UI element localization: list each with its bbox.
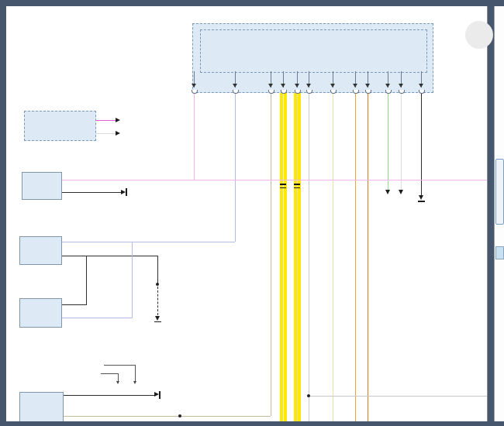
ground-icon: [155, 316, 160, 321]
wire-blk: [62, 395, 154, 396]
arrow-down-icon: [330, 84, 335, 88]
pin-socket-icon: [353, 90, 359, 94]
wire-org-yel: [355, 91, 357, 426]
wire-can-plus: [388, 91, 388, 192]
wire-wht-gry-horizontal: [309, 396, 487, 397]
wire-gnd-z934: [421, 91, 422, 197]
wire-wht-brn: [62, 416, 271, 417]
note-line: [135, 365, 136, 383]
wire-wht-yel: [333, 91, 333, 426]
pin-socket-icon: [399, 90, 405, 94]
wire-dkblu-branch: [132, 242, 133, 318]
adjacent-page-fragment: [495, 246, 504, 259]
arrow-right-icon: [116, 131, 120, 136]
wire-wht: [95, 133, 116, 134]
inline-connector-icon: [294, 187, 300, 189]
arrow-down-icon: [306, 84, 311, 88]
window-bottom-edge: [0, 421, 504, 426]
arrow-down-icon: [192, 84, 196, 88]
right-license-lamp-box: [19, 298, 62, 328]
splice-sl70: [307, 394, 310, 397]
ground-icon: [154, 321, 161, 323]
close-button[interactable]: [465, 21, 493, 49]
inline-connector-icon: [280, 187, 286, 189]
wire-blk-to-splice: [157, 256, 158, 284]
pin-socket-icon: [365, 90, 371, 94]
wire-wht-dkblu: [60, 318, 133, 318]
ground-icon: [126, 188, 127, 196]
arrow-down-icon: [233, 84, 237, 88]
inline-connector-icon: [280, 184, 286, 185]
wire-blk-horizontal: [60, 256, 157, 256]
pin-socket-icon: [330, 90, 337, 94]
arrow-down-icon: [365, 84, 370, 88]
circuit-board-box: [200, 29, 427, 73]
wire-blk-branch: [86, 256, 87, 304]
wire-blk-dashed: [157, 287, 158, 315]
left-license-lamp-box: [19, 236, 62, 265]
cluster-box: [24, 111, 96, 141]
note-line: [104, 365, 135, 366]
pin-socket-icon: [233, 90, 239, 94]
wire-wht-brn: [271, 91, 271, 416]
inline-connector-icon: [294, 184, 300, 185]
wire-can-minus: [401, 91, 402, 192]
pin-socket-icon: [385, 90, 392, 94]
arrow-down-icon: [385, 190, 390, 194]
wire-wht-vio-horizontal: [60, 180, 487, 180]
arrow-down-icon: [268, 84, 273, 88]
arrow-down-icon: [353, 84, 357, 88]
ground-icon: [419, 195, 423, 200]
wire-blk: [60, 304, 87, 305]
wire-org-brn: [368, 91, 369, 426]
window-top-edge: [0, 0, 504, 6]
pin-socket-icon: [192, 90, 198, 94]
pin-socket-icon: [306, 90, 312, 94]
arrow-down-icon: [419, 84, 423, 88]
arrow-down-icon: [399, 190, 403, 194]
arrow-down-icon: [133, 381, 136, 384]
window-left-edge: [0, 6, 6, 421]
arrow-down-icon: [399, 84, 403, 88]
wire-wht-gry: [309, 91, 309, 426]
wire-blk: [60, 192, 121, 193]
pin-socket-icon: [268, 90, 274, 94]
arrow-down-icon: [281, 84, 285, 88]
pin-socket-icon: [295, 90, 301, 94]
pin-socket-icon: [419, 90, 425, 94]
arrow-right-icon: [116, 118, 120, 122]
arrow-down-icon: [116, 381, 119, 384]
arrow-down-icon: [295, 84, 299, 88]
note-line: [101, 373, 118, 374]
splice-sz924: [156, 283, 159, 286]
wire-wht-tan-turn: [297, 91, 298, 426]
chmsl-lamp-box: [22, 172, 62, 200]
ground-icon: [159, 391, 161, 399]
wire-wht-ltgrn-turn: [283, 91, 284, 426]
wire-wht-vio: [194, 91, 195, 180]
scrollbar-thumb[interactable]: [495, 159, 504, 225]
wire-wht-dkblu-horizontal: [60, 242, 235, 242]
splice-sl77: [178, 414, 181, 417]
arrow-down-icon: [385, 84, 390, 88]
ground-icon: [418, 201, 425, 202]
wire-vio-wht: [95, 120, 116, 121]
wire-wht-dkblu: [235, 91, 236, 242]
pin-socket-icon: [281, 90, 287, 94]
page-right-gap: [488, 6, 494, 421]
